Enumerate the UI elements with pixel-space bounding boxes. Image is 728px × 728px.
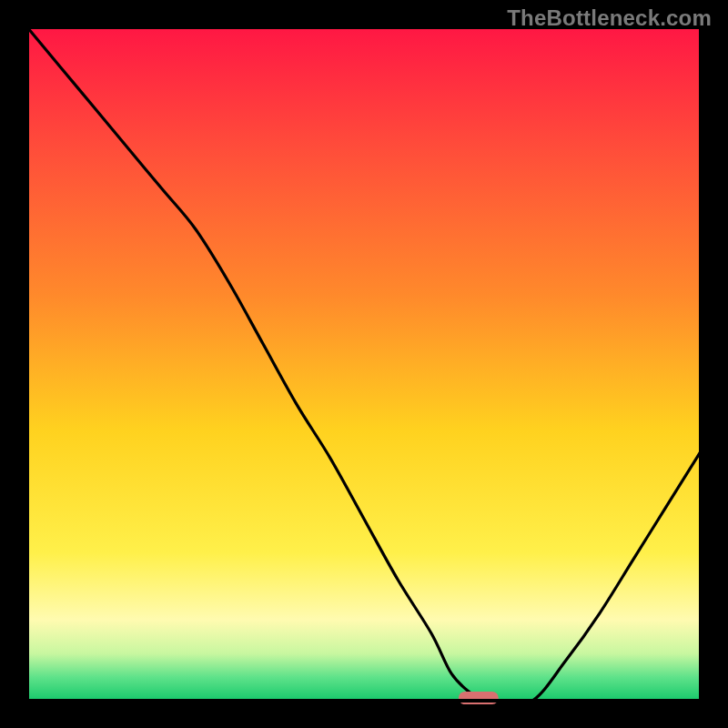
chart-stage: TheBottleneck.com: [0, 0, 728, 728]
watermark-text: TheBottleneck.com: [507, 5, 712, 31]
chart-svg: [0, 0, 728, 728]
plot-background: [27, 27, 701, 701]
